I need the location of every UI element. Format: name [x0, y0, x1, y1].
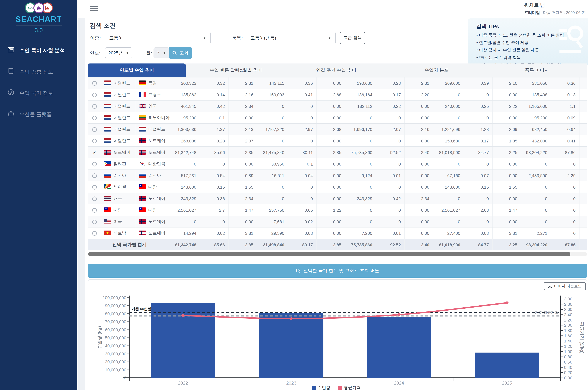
row-checkbox[interactable]	[88, 89, 101, 100]
value-cell: 2.25	[493, 146, 521, 158]
logo-version: 3.0	[0, 27, 77, 34]
value-cell: 0.00	[316, 170, 345, 181]
row-checkbox[interactable]	[88, 170, 101, 181]
checkbox-circle	[92, 127, 97, 132]
row-checkbox[interactable]	[88, 123, 101, 135]
value-cell: 29,590	[257, 227, 288, 239]
value-cell: 0.89	[229, 170, 257, 181]
origin-country-cell: 미국	[101, 216, 136, 227]
tab-품목 이미지[interactable]: 품목 이미지	[487, 63, 587, 77]
svg-text:1.60: 1.60	[564, 334, 572, 338]
value-cell: 2.40	[405, 146, 433, 158]
row-checkbox[interactable]	[88, 193, 101, 204]
svg-text:평균가격: 평균가격	[344, 385, 361, 390]
row-checkbox[interactable]	[88, 216, 101, 227]
flag-tw-icon	[104, 207, 111, 212]
row-checkbox[interactable]	[88, 100, 101, 112]
checkbox-circle	[92, 231, 97, 236]
value-cell: 0	[200, 216, 229, 227]
origin-country-cell: 세이셸	[101, 181, 136, 193]
row-checkbox[interactable]	[88, 158, 101, 170]
advanced-search-button[interactable]: 고급 검색	[340, 32, 365, 44]
tab-연결 주간 수입 추이[interactable]: 연결 주간 수입 추이	[286, 63, 387, 77]
value-cell: 1,696,170	[345, 123, 376, 135]
value-cell	[579, 204, 587, 216]
flag-nl-icon	[104, 92, 111, 97]
value-cell: 0	[433, 89, 464, 100]
sidebar-item[interactable]: 수입 종합 정보	[0, 63, 77, 81]
country-table-wrap[interactable]: 네덜란드독일300,3230.322.31143,1150.360.00190,…	[88, 77, 587, 250]
sidebar-item[interactable]: 수입 특이 사항 분석	[0, 42, 77, 59]
total-value-cell: 2.25	[493, 239, 521, 250]
value-cell: 9,124	[345, 170, 376, 181]
value-cell: 0.41	[551, 135, 579, 146]
value-cell: 0.01	[376, 170, 405, 181]
species-select[interactable]: 고등어▼	[105, 32, 211, 44]
search-section-title: 검색 조건	[90, 22, 116, 30]
tips-title: 검색 TIPs	[476, 23, 499, 30]
row-checkbox[interactable]	[88, 227, 101, 239]
sidebar-item[interactable]: 수입 국가 정보	[0, 84, 77, 102]
sidebar-item[interactable]: 수산물 플랫폼	[0, 105, 77, 123]
sidebar-item-label: 수입 국가 정보	[19, 90, 53, 97]
value-cell: 0.00	[493, 89, 521, 100]
tab-수입처 분포[interactable]: 수입처 분포	[386, 63, 487, 77]
partner-country-cell: 노르웨이	[136, 146, 171, 158]
value-cell: 0.01	[376, 227, 405, 239]
row-checkbox[interactable]: ✓	[88, 146, 101, 158]
origin-country-cell: 태국	[101, 193, 136, 204]
svg-text:기준 평균가격: 기준 평균가격	[535, 310, 559, 315]
svg-text:90,000,000: 90,000,000	[105, 303, 126, 308]
total-value-cell: 92.52	[376, 239, 405, 250]
user-info[interactable]: 씨차트 님 프리미엄다음 결제일: 2099-06-21	[515, 2, 586, 15]
tab-연도별 수입 추이[interactable]: 연도별 수입 추이	[88, 63, 186, 77]
value-cell: 2.13	[229, 123, 257, 135]
row-checkbox[interactable]	[88, 77, 101, 89]
tab-수입 변동 알림&월별 추이[interactable]: 수입 변동 알림&월별 추이	[186, 63, 286, 77]
value-cell: 0	[433, 112, 464, 123]
sidebar: SEACHART 3.0 수입 특이 사항 분석수입 종합 정보수입 국가 정보…	[0, 0, 77, 390]
ship-icon	[33, 2, 44, 13]
year-select[interactable]: 2025년▼	[105, 48, 132, 58]
value-cell: 0.00	[405, 227, 433, 239]
sidebar-item-label: 수입 종합 정보	[19, 68, 53, 75]
value-cell: 190,680	[345, 77, 376, 89]
value-cell: 2.68	[316, 123, 345, 135]
row-checkbox[interactable]	[88, 135, 101, 146]
value-cell: 0	[551, 158, 579, 170]
graph-query-button[interactable]: 선택한 국가 합계 및 그래프 조회 버튼	[88, 264, 587, 278]
tip-item: 이상 감지 시 수입 변동 알림 제공	[476, 47, 564, 54]
year-value: 2025년	[108, 50, 123, 56]
value-cell: 0.00	[405, 100, 433, 112]
value-cell: 0.00	[405, 112, 433, 123]
scrollbar-thumb[interactable]	[88, 252, 570, 256]
search-button[interactable]: 조회	[169, 47, 192, 59]
image-download-button[interactable]: 이미지 다운로드	[544, 282, 586, 290]
row-checkbox[interactable]	[88, 181, 101, 193]
hamburger-menu-icon[interactable]	[90, 6, 98, 12]
row-checkbox[interactable]	[88, 204, 101, 216]
value-cell: 92.52	[376, 146, 405, 158]
value-cell: 0	[257, 100, 288, 112]
value-cell: 2.16	[229, 89, 257, 100]
svg-text:1.80: 1.80	[564, 328, 572, 333]
value-cell: 1.22	[316, 204, 345, 216]
value-cell: 0	[345, 181, 376, 193]
value-cell: 75,735,860	[345, 146, 376, 158]
partner-country-cell: 리투아니아	[136, 112, 171, 123]
item-select[interactable]: 고등어(냉동)▼	[246, 32, 336, 44]
total-value-cell: 87.86	[551, 239, 579, 250]
value-cell: 0	[345, 216, 376, 227]
svg-text:3.00: 3.00	[564, 296, 572, 301]
svg-text:2.60: 2.60	[564, 307, 572, 312]
value-cell: 67,160	[433, 170, 464, 181]
svg-text:10,000,000: 10,000,000	[105, 368, 126, 372]
value-cell: 0	[551, 227, 579, 239]
value-cell: 14,294	[171, 227, 200, 239]
flag-tw-icon	[139, 184, 146, 189]
value-cell	[579, 77, 587, 89]
value-cell: 143,600	[171, 181, 200, 193]
month-select[interactable]: 7▼	[154, 48, 169, 58]
value-cell: 268,008	[171, 135, 200, 146]
row-checkbox[interactable]	[88, 112, 101, 123]
